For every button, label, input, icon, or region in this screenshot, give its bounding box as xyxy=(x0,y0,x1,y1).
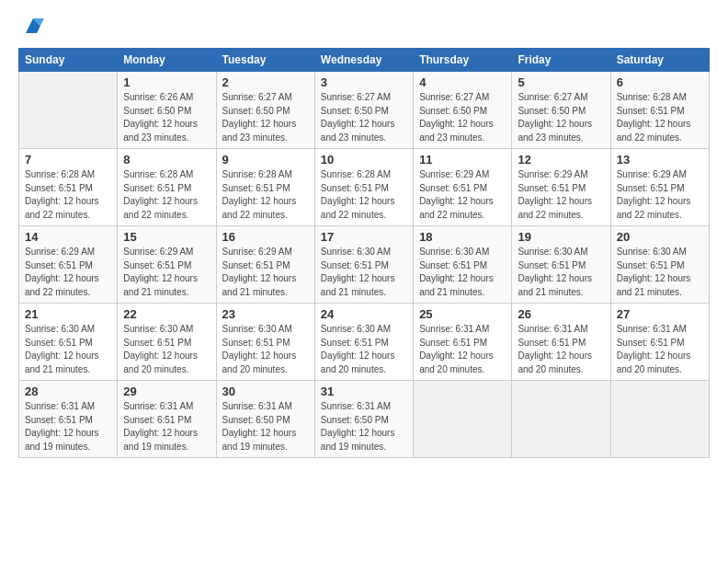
day-number: 15 xyxy=(123,230,210,244)
day-number: 23 xyxy=(222,307,309,321)
day-info: Sunrise: 6:30 AM Sunset: 6:51 PM Dayligh… xyxy=(518,246,604,299)
day-info: Sunrise: 6:31 AM Sunset: 6:50 PM Dayligh… xyxy=(321,400,407,454)
calendar-cell: 6Sunrise: 6:28 AM Sunset: 6:51 PM Daylig… xyxy=(610,72,709,149)
day-number: 28 xyxy=(25,385,111,398)
calendar-cell: 2Sunrise: 6:27 AM Sunset: 6:50 PM Daylig… xyxy=(216,72,314,149)
day-number: 22 xyxy=(123,307,210,321)
calendar-cell: 9Sunrise: 6:28 AM Sunset: 6:51 PM Daylig… xyxy=(216,149,314,226)
calendar-cell: 15Sunrise: 6:29 AM Sunset: 6:51 PM Dayli… xyxy=(118,226,216,304)
day-info: Sunrise: 6:31 AM Sunset: 6:51 PM Dayligh… xyxy=(123,400,210,454)
day-number: 21 xyxy=(25,307,111,321)
calendar-cell: 11Sunrise: 6:29 AM Sunset: 6:51 PM Dayli… xyxy=(414,149,512,226)
day-number: 25 xyxy=(419,307,506,321)
day-info: Sunrise: 6:28 AM Sunset: 6:51 PM Dayligh… xyxy=(25,168,111,222)
day-number: 8 xyxy=(123,153,210,167)
day-number: 26 xyxy=(518,307,604,321)
calendar-cell: 16Sunrise: 6:29 AM Sunset: 6:51 PM Dayli… xyxy=(216,226,314,304)
day-header-wednesday: Wednesday xyxy=(314,49,413,72)
calendar-cell: 19Sunrise: 6:30 AM Sunset: 6:51 PM Dayli… xyxy=(512,226,610,304)
day-number: 5 xyxy=(518,75,604,89)
day-info: Sunrise: 6:31 AM Sunset: 6:51 PM Dayligh… xyxy=(25,400,111,454)
day-number: 12 xyxy=(518,153,604,167)
day-info: Sunrise: 6:30 AM Sunset: 6:51 PM Dayligh… xyxy=(222,323,309,376)
day-number: 29 xyxy=(123,385,210,398)
calendar-cell: 17Sunrise: 6:30 AM Sunset: 6:51 PM Dayli… xyxy=(314,226,413,304)
week-row-2: 7Sunrise: 6:28 AM Sunset: 6:51 PM Daylig… xyxy=(19,149,710,226)
day-info: Sunrise: 6:31 AM Sunset: 6:50 PM Dayligh… xyxy=(222,400,309,454)
day-info: Sunrise: 6:29 AM Sunset: 6:51 PM Dayligh… xyxy=(419,168,506,222)
logo-icon xyxy=(22,15,44,37)
day-number: 1 xyxy=(123,75,210,89)
day-info: Sunrise: 6:29 AM Sunset: 6:51 PM Dayligh… xyxy=(222,246,309,299)
calendar-cell: 18Sunrise: 6:30 AM Sunset: 6:51 PM Dayli… xyxy=(414,226,512,304)
calendar-cell: 8Sunrise: 6:28 AM Sunset: 6:51 PM Daylig… xyxy=(118,149,216,226)
calendar-cell: 29Sunrise: 6:31 AM Sunset: 6:51 PM Dayli… xyxy=(118,381,216,458)
day-info: Sunrise: 6:28 AM Sunset: 6:51 PM Dayligh… xyxy=(222,168,309,222)
day-info: Sunrise: 6:30 AM Sunset: 6:51 PM Dayligh… xyxy=(419,246,506,299)
day-number: 3 xyxy=(321,75,407,89)
calendar-cell: 27Sunrise: 6:31 AM Sunset: 6:51 PM Dayli… xyxy=(610,304,709,381)
day-header-thursday: Thursday xyxy=(414,49,512,72)
day-header-monday: Monday xyxy=(118,49,216,72)
days-header-row: SundayMondayTuesdayWednesdayThursdayFrid… xyxy=(19,49,710,72)
logo xyxy=(18,15,44,37)
calendar-page: SundayMondayTuesdayWednesdayThursdayFrid… xyxy=(0,0,728,563)
day-header-sunday: Sunday xyxy=(19,49,118,72)
day-number: 16 xyxy=(222,230,309,244)
calendar-cell: 28Sunrise: 6:31 AM Sunset: 6:51 PM Dayli… xyxy=(19,381,118,458)
calendar-cell xyxy=(19,72,118,149)
day-info: Sunrise: 6:30 AM Sunset: 6:51 PM Dayligh… xyxy=(123,323,210,376)
calendar-cell: 14Sunrise: 6:29 AM Sunset: 6:51 PM Dayli… xyxy=(19,226,118,304)
day-info: Sunrise: 6:31 AM Sunset: 6:51 PM Dayligh… xyxy=(518,323,604,376)
calendar-table: SundayMondayTuesdayWednesdayThursdayFrid… xyxy=(18,48,710,458)
calendar-cell xyxy=(610,381,709,458)
calendar-cell: 24Sunrise: 6:30 AM Sunset: 6:51 PM Dayli… xyxy=(314,304,413,381)
day-info: Sunrise: 6:26 AM Sunset: 6:50 PM Dayligh… xyxy=(123,91,210,144)
calendar-cell: 25Sunrise: 6:31 AM Sunset: 6:51 PM Dayli… xyxy=(414,304,512,381)
calendar-cell: 1Sunrise: 6:26 AM Sunset: 6:50 PM Daylig… xyxy=(118,72,216,149)
day-number: 9 xyxy=(222,153,309,167)
day-number: 2 xyxy=(222,75,309,89)
calendar-cell: 21Sunrise: 6:30 AM Sunset: 6:51 PM Dayli… xyxy=(19,304,118,381)
calendar-cell: 26Sunrise: 6:31 AM Sunset: 6:51 PM Dayli… xyxy=(512,304,610,381)
day-number: 10 xyxy=(321,153,407,167)
day-info: Sunrise: 6:29 AM Sunset: 6:51 PM Dayligh… xyxy=(123,246,210,299)
calendar-cell: 13Sunrise: 6:29 AM Sunset: 6:51 PM Dayli… xyxy=(610,149,709,226)
day-info: Sunrise: 6:27 AM Sunset: 6:50 PM Dayligh… xyxy=(222,91,309,144)
calendar-cell xyxy=(414,381,512,458)
calendar-cell: 3Sunrise: 6:27 AM Sunset: 6:50 PM Daylig… xyxy=(314,72,413,149)
day-number: 4 xyxy=(419,75,506,89)
day-number: 13 xyxy=(617,153,703,167)
day-info: Sunrise: 6:30 AM Sunset: 6:51 PM Dayligh… xyxy=(321,246,407,299)
week-row-4: 21Sunrise: 6:30 AM Sunset: 6:51 PM Dayli… xyxy=(19,304,710,381)
calendar-cell: 23Sunrise: 6:30 AM Sunset: 6:51 PM Dayli… xyxy=(216,304,314,381)
day-info: Sunrise: 6:27 AM Sunset: 6:50 PM Dayligh… xyxy=(321,91,407,144)
day-number: 6 xyxy=(617,75,703,89)
day-info: Sunrise: 6:31 AM Sunset: 6:51 PM Dayligh… xyxy=(617,323,703,376)
week-row-1: 1Sunrise: 6:26 AM Sunset: 6:50 PM Daylig… xyxy=(19,72,710,149)
day-header-friday: Friday xyxy=(512,49,610,72)
calendar-cell: 12Sunrise: 6:29 AM Sunset: 6:51 PM Dayli… xyxy=(512,149,610,226)
day-number: 14 xyxy=(25,230,111,244)
day-info: Sunrise: 6:28 AM Sunset: 6:51 PM Dayligh… xyxy=(123,168,210,222)
day-info: Sunrise: 6:30 AM Sunset: 6:51 PM Dayligh… xyxy=(321,323,407,376)
day-info: Sunrise: 6:29 AM Sunset: 6:51 PM Dayligh… xyxy=(518,168,604,222)
week-row-3: 14Sunrise: 6:29 AM Sunset: 6:51 PM Dayli… xyxy=(19,226,710,304)
day-info: Sunrise: 6:31 AM Sunset: 6:51 PM Dayligh… xyxy=(419,323,506,376)
day-info: Sunrise: 6:27 AM Sunset: 6:50 PM Dayligh… xyxy=(518,91,604,144)
day-number: 27 xyxy=(617,307,703,321)
calendar-cell: 30Sunrise: 6:31 AM Sunset: 6:50 PM Dayli… xyxy=(216,381,314,458)
day-number: 17 xyxy=(321,230,407,244)
day-number: 18 xyxy=(419,230,506,244)
day-info: Sunrise: 6:29 AM Sunset: 6:51 PM Dayligh… xyxy=(25,246,111,299)
day-number: 11 xyxy=(419,153,506,167)
day-number: 24 xyxy=(321,307,407,321)
calendar-cell: 4Sunrise: 6:27 AM Sunset: 6:50 PM Daylig… xyxy=(414,72,512,149)
day-header-tuesday: Tuesday xyxy=(216,49,314,72)
day-info: Sunrise: 6:27 AM Sunset: 6:50 PM Dayligh… xyxy=(419,91,506,144)
day-info: Sunrise: 6:30 AM Sunset: 6:51 PM Dayligh… xyxy=(25,323,111,376)
calendar-cell: 20Sunrise: 6:30 AM Sunset: 6:51 PM Dayli… xyxy=(610,226,709,304)
day-number: 7 xyxy=(25,153,111,167)
day-number: 30 xyxy=(222,385,309,398)
week-row-5: 28Sunrise: 6:31 AM Sunset: 6:51 PM Dayli… xyxy=(19,381,710,458)
